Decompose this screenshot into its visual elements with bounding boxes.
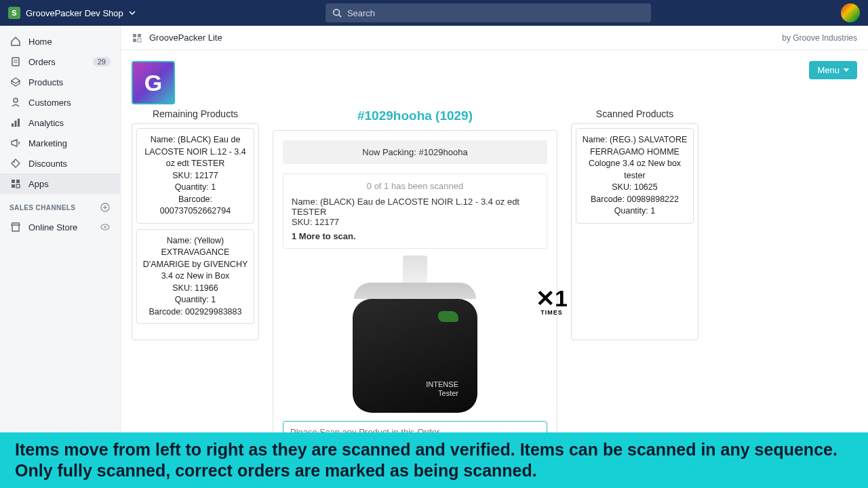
search-icon: [332, 8, 342, 18]
marketing-icon: [9, 137, 22, 149]
svg-rect-7: [15, 121, 17, 127]
shop-name: GroovePacker Dev Shop: [26, 8, 123, 18]
current-product-name: Name: (BLACK) Eau de LACOSTE NOIR L.12 -…: [292, 197, 538, 217]
remaining-list[interactable]: Name: (BLACK) Eau de LACOSTE NOIR L.12 -…: [132, 123, 259, 340]
svg-point-18: [104, 226, 106, 228]
apps-icon: [9, 178, 22, 190]
nav-label: Apps: [28, 179, 49, 189]
orders-icon: [9, 56, 22, 68]
nav-label: Marketing: [28, 138, 67, 148]
nav-products[interactable]: Products: [0, 72, 120, 92]
nav-label: Analytics: [28, 118, 64, 128]
nav-label: Home: [28, 37, 52, 47]
nav-label: Customers: [28, 98, 71, 108]
search-field[interactable]: [326, 3, 651, 22]
nav-orders[interactable]: Orders 29: [0, 52, 120, 72]
search-input[interactable]: [347, 8, 644, 18]
svg-rect-20: [138, 34, 141, 37]
add-channel-icon[interactable]: [100, 202, 111, 213]
groovepacker-logo-icon: G: [132, 61, 175, 104]
nav-label: Orders: [28, 57, 56, 67]
app-body: G Menu Remaining Products Name: (BLACK) …: [121, 50, 868, 488]
customers-icon: [9, 96, 22, 108]
shop-switcher[interactable]: GroovePacker Dev Shop: [8, 7, 136, 19]
nav-home[interactable]: Home: [0, 31, 120, 52]
remaining-item[interactable]: Name: (Yellow) EXTRAVAGANCE D'AMARIGE by…: [136, 229, 254, 325]
app-byline: by Groove Industries: [782, 33, 857, 43]
svg-point-0: [334, 9, 340, 16]
more-to-scan: 1 More to scan.: [292, 231, 538, 241]
sidebar: Home Orders 29 Products Customers Analyt…: [0, 26, 121, 488]
analytics-icon: [9, 117, 22, 129]
scanned-panel: Scanned Products Name: (REG.) SALVATORE …: [571, 108, 698, 485]
discounts-icon: [9, 157, 22, 169]
home-icon: [9, 35, 22, 47]
nav-discounts[interactable]: Discounts: [0, 153, 120, 174]
product-image: INTENSE Tester ✕1 TIMES: [283, 256, 547, 413]
now-packing-banner: Now Packing: #1029hooha: [283, 140, 547, 164]
svg-point-9: [14, 161, 15, 163]
avatar[interactable]: [841, 3, 860, 22]
svg-point-5: [14, 98, 18, 102]
caret-down-icon: [844, 68, 849, 73]
svg-rect-22: [138, 39, 141, 42]
svg-rect-19: [133, 34, 136, 37]
shopify-logo-icon: [8, 7, 20, 19]
svg-rect-10: [12, 180, 15, 183]
remaining-item[interactable]: Name: (BLACK) Eau de LACOSTE NOIR L.12 -…: [136, 128, 254, 224]
nav-label: Products: [28, 77, 63, 87]
svg-rect-13: [16, 184, 20, 188]
view-store-icon[interactable]: [100, 222, 111, 232]
svg-rect-2: [12, 58, 19, 66]
lacoste-logo-icon: [438, 311, 458, 322]
scanned-title: Scanned Products: [571, 108, 698, 119]
apps-small-icon: [132, 33, 142, 43]
center-panel: #1029hooha (1029) Now Packing: #1029hooh…: [273, 108, 557, 485]
nav-online-store[interactable]: Online Store: [0, 217, 120, 237]
top-bar: GroovePacker Dev Shop: [0, 0, 868, 26]
nav-label: Online Store: [28, 222, 77, 232]
svg-rect-21: [133, 39, 136, 42]
products-icon: [9, 76, 22, 88]
chevron-down-icon: [129, 9, 136, 16]
svg-line-1: [339, 15, 342, 18]
app-title: GroovePacker Lite: [149, 33, 222, 43]
scanned-list[interactable]: Name: (REG.) SALVATORE FERRAGAMO HOMME C…: [571, 123, 698, 340]
store-icon: [9, 221, 22, 233]
nav-apps[interactable]: Apps: [0, 174, 120, 194]
main-content: GroovePacker Lite by Groove Industries G…: [121, 26, 868, 488]
menu-button[interactable]: Menu: [809, 61, 857, 79]
scan-count: 0 of 1 has been scanned: [292, 181, 538, 191]
nav-customers[interactable]: Customers: [0, 92, 120, 113]
times-badge: ✕1 TIMES: [536, 289, 568, 315]
nav-label: Discounts: [28, 159, 67, 169]
svg-rect-11: [16, 180, 20, 183]
nav-marketing[interactable]: Marketing: [0, 133, 120, 153]
svg-rect-12: [12, 184, 15, 188]
app-header: GroovePacker Lite by Groove Industries: [121, 26, 868, 50]
search-container: [136, 3, 841, 22]
remaining-panel: Remaining Products Name: (BLACK) Eau de …: [132, 108, 259, 485]
scan-status: 0 of 1 has been scanned Name: (BLACK) Ea…: [283, 174, 547, 249]
info-banner: Items move from left to right as they ar…: [0, 432, 868, 489]
sales-channels-header: SALES CHANNELS: [0, 194, 120, 217]
svg-rect-6: [12, 123, 14, 127]
current-product-sku: SKU: 12177: [292, 217, 538, 227]
nav-analytics[interactable]: Analytics: [0, 113, 120, 133]
scanned-item[interactable]: Name: (REG.) SALVATORE FERRAGAMO HOMME C…: [576, 128, 694, 224]
svg-rect-8: [18, 119, 20, 127]
orders-badge: 29: [93, 57, 111, 66]
remaining-title: Remaining Products: [132, 108, 259, 119]
order-title: #1029hooha (1029): [273, 108, 557, 123]
